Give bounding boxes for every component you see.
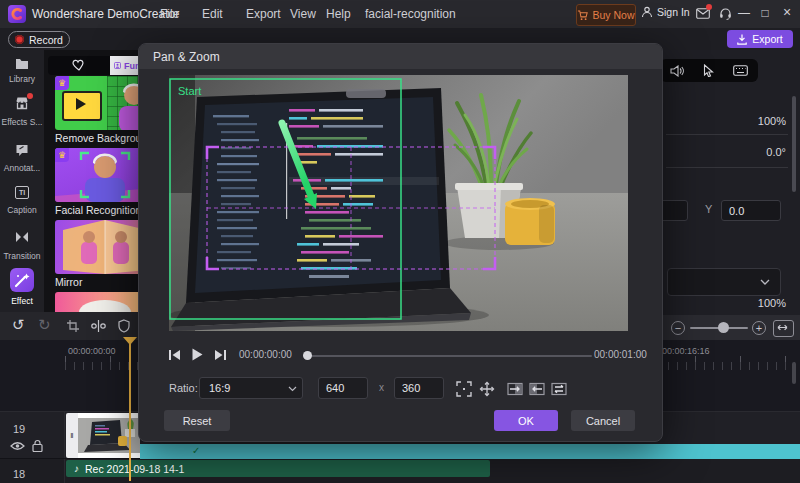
playhead-handle[interactable] [123,337,137,345]
clip-trim-handle[interactable]: ‖ [66,413,78,458]
keyboard-icon[interactable] [733,65,748,76]
swap-regions-icon[interactable] [551,381,567,397]
crop-icon[interactable] [66,319,80,333]
panel-scrollbar[interactable] [792,96,796,192]
fit-timeline-icon[interactable] [773,320,794,337]
lock-icon[interactable] [32,439,43,452]
crown-badge-icon: ♛ [55,76,69,90]
cancel-button[interactable]: Cancel [571,410,635,431]
track-number-lower: 18 [13,468,25,480]
eye-icon[interactable] [10,441,25,451]
app-name: Wondershare DemoCreator [32,7,179,21]
check-icon: ✓ [192,445,200,456]
y-position-field[interactable] [721,200,781,221]
prev-frame-icon[interactable] [168,349,181,361]
next-frame-icon[interactable] [214,349,227,361]
person-icon [641,6,653,18]
sidebar-label-effect: Effect [0,296,44,306]
transition-icon [15,231,29,243]
opacity-value: 100% [726,297,786,309]
ratio-select-value: 16:9 [209,382,230,394]
buy-now-label: Buy Now [592,9,634,21]
record-button[interactable]: Record [8,31,70,48]
playhead[interactable] [129,338,131,481]
sidebar-label-annotation: Annotat... [0,163,44,173]
zoom-slider-knob[interactable] [718,322,729,333]
dialog-title: Pan & Zoom [153,50,220,64]
width-field[interactable] [318,377,368,399]
preview-toolbar [660,59,758,82]
divider [666,167,788,168]
menu-file[interactable]: File [160,7,179,21]
apply-to-start-icon[interactable] [529,381,545,397]
play-icon[interactable] [191,348,203,361]
ratio-select[interactable]: 16:9 [199,377,303,399]
ratio-label: Ratio: [169,382,198,394]
move-region-icon[interactable] [479,381,495,397]
zoom-out-icon[interactable]: − [671,321,685,335]
dialog-header[interactable]: Pan & Zoom [139,44,662,69]
ruler-time-start: 00:00:00:00 [68,346,116,356]
ruler-time-end: 00:00:16:16 [662,346,710,356]
menu-view[interactable]: View [290,7,316,21]
record-label: Record [29,34,63,46]
sidebar-item-annotation[interactable] [15,143,29,157]
crown-badge-icon: ♛ [55,148,69,162]
sidebar-item-effects-store[interactable] [15,96,29,110]
menu-edit[interactable]: Edit [202,7,223,21]
support-button[interactable] [719,7,732,20]
multiply-sign: x [379,382,384,393]
shield-icon[interactable] [118,319,130,333]
redo-icon[interactable]: ↻ [38,316,51,334]
record-dot-icon [15,35,24,44]
close-button[interactable]: × [779,4,795,20]
blend-mode-select[interactable] [667,268,781,296]
download-icon [737,34,747,45]
audio-clip-label: Rec 2021-09-18 14-1 [85,463,184,475]
menu-export[interactable]: Export [246,7,281,21]
preview-canvas[interactable]: Start [169,75,628,331]
effect-label-facial-recognition: Facial Recognition [55,204,141,216]
timeline-scrollbar[interactable] [792,362,796,384]
dialog-seek-knob[interactable] [303,351,312,360]
split-icon[interactable] [91,320,106,332]
sidebar-item-effect[interactable] [10,268,34,292]
reset-button[interactable]: Reset [164,410,230,431]
chevron-down-icon [760,279,770,285]
dialog-seek-track[interactable] [306,355,592,357]
cursor-icon[interactable] [703,64,714,77]
fit-frame-icon[interactable] [456,381,472,397]
sidebar-item-caption[interactable]: TI [15,186,29,199]
apply-to-end-icon[interactable] [507,381,523,397]
sidebar-item-transition[interactable] [15,231,29,243]
undo-icon[interactable]: ↺ [12,316,25,334]
zoom-in-icon[interactable]: + [752,321,766,335]
notification-dot [706,4,712,10]
store-notification-dot [27,93,33,99]
tab-favorites[interactable] [48,56,110,75]
chevron-down-icon [288,386,297,392]
play-box [62,91,102,121]
sidebar-item-library[interactable] [15,57,29,70]
sidebar-label-caption: Caption [0,205,44,215]
caption-icon: TI [19,189,25,196]
dialog-current-time: 00:00:00:00 [239,349,292,360]
sign-in-button[interactable]: Sign In [641,6,690,18]
rotation-value: 0.0° [726,146,786,158]
buy-now-button[interactable]: Buy Now [576,4,636,26]
speaker-icon[interactable] [670,65,684,77]
annotation-icon [15,143,29,157]
function-tab-icon [114,60,121,71]
menu-help[interactable]: Help [326,7,351,21]
ok-button[interactable]: OK [494,410,558,431]
height-field[interactable] [394,377,444,399]
export-button[interactable]: Export [727,30,793,48]
start-region-label: Start [178,85,201,97]
effect-label-mirror: Mirror [55,276,82,288]
messages-button[interactable] [696,8,710,19]
maximize-button[interactable]: □ [757,6,773,20]
gutter-divider [64,412,65,483]
y-position-label: Y [705,203,712,215]
video-clip-body[interactable]: ✓ [140,444,800,459]
minimize-button[interactable]: — [736,6,752,20]
